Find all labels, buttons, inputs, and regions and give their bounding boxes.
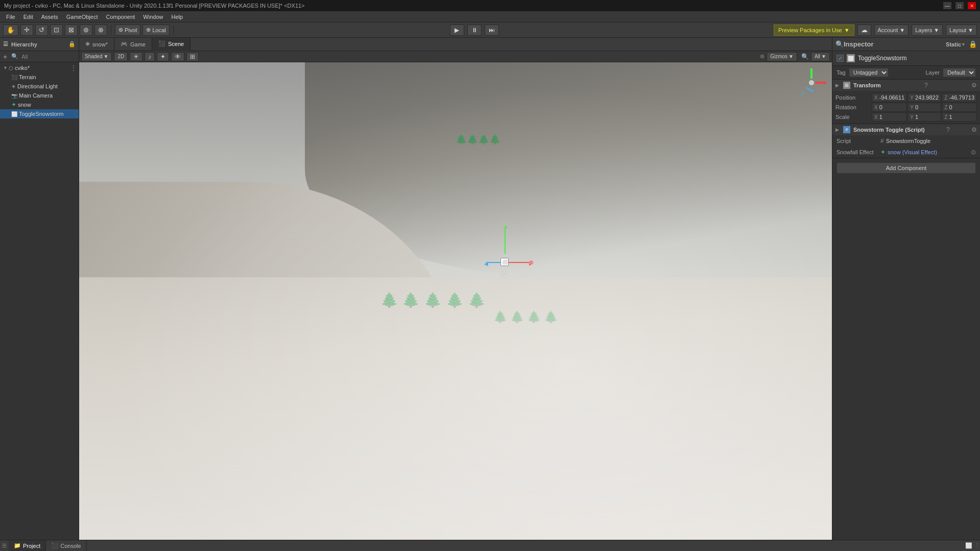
hierarchy-item-snow[interactable]: ✦ snow	[0, 100, 79, 109]
rotation-z-field[interactable]: Z0	[942, 103, 977, 112]
hide-icon[interactable]: 👁	[171, 52, 184, 61]
inspector-lock-icon[interactable]: 🔒	[969, 40, 977, 48]
menu-file[interactable]: File	[2, 13, 19, 21]
lighting-icon[interactable]: ☀	[130, 52, 142, 61]
menu-edit[interactable]: Edit	[19, 13, 37, 21]
hierarchy-item-light[interactable]: ☀ Directional Light	[0, 82, 79, 91]
snowfall-pick-icon[interactable]: ⊙	[971, 149, 976, 156]
scale-z-field[interactable]: Z1	[942, 112, 977, 122]
minimize-button[interactable]: —	[943, 2, 951, 9]
snowfall-effect-value[interactable]: snow (Visual Effect)	[888, 149, 937, 155]
scale-label: Scale	[835, 112, 871, 122]
play-button[interactable]: ▶	[450, 25, 464, 36]
maximize-button[interactable]: □	[955, 2, 964, 9]
rotation-x-field[interactable]: X0	[872, 103, 907, 112]
scene-viewport[interactable]: 🌲🌲🌲🌲 🌲 🌲 🌲 🌲 🌲 🌲 🌲 🌲 🌲 ▲	[79, 62, 832, 540]
sx-axis-label: X	[874, 114, 878, 120]
snowfall-row: Snowfall Effect ✦ snow (Visual Effect) ⊙	[832, 147, 980, 158]
rotation-y-field[interactable]: Y0	[907, 103, 941, 112]
transform-tool[interactable]: ⊛	[80, 25, 92, 36]
move-tool[interactable]: ✛	[20, 25, 33, 36]
snow-tab-label: snow*	[92, 41, 108, 47]
hierarchy-menu-icon[interactable]: ☰	[3, 41, 8, 47]
sy-axis-label: Y	[910, 114, 914, 120]
scale-tool[interactable]: ⊡	[50, 25, 63, 36]
position-x-field[interactable]: X-94.06611	[872, 93, 907, 102]
position-z-field[interactable]: Z-46.79713	[942, 93, 977, 102]
hierarchy-item-togglesnowstorm[interactable]: ⬜ ToggleSnowstorm	[0, 109, 79, 118]
tag-label: Tag	[836, 69, 846, 76]
object-enabled-checkbox[interactable]: ✓	[836, 55, 844, 62]
collab-icon[interactable]: ☁	[857, 25, 871, 36]
script-name-row: Script # SnowstormToggle	[832, 135, 980, 147]
object-tag-row: Tag Untagged Layer Default	[832, 66, 980, 80]
tab-snow[interactable]: ❄ snow*	[79, 38, 114, 51]
scene-search-icon[interactable]: 🔍	[801, 53, 809, 60]
shading-mode-dropdown[interactable]: Shaded ▼	[81, 52, 112, 61]
gizmo-x-label: X	[824, 80, 827, 85]
vfx-icon-btn[interactable]: ✦	[157, 52, 169, 61]
scale-y-field[interactable]: Y1	[907, 112, 941, 122]
tab-game[interactable]: 🎮 Game	[114, 38, 152, 51]
rect-tool[interactable]: ⊠	[65, 25, 78, 36]
object-name-field[interactable]: ToggleSnowstorm	[858, 55, 976, 62]
root-options-icon[interactable]: ⋮	[70, 64, 77, 71]
add-component-button[interactable]: Add Component	[836, 162, 976, 174]
layers-button[interactable]: Layers ▼	[912, 25, 943, 36]
pause-button[interactable]: ⏸	[467, 25, 482, 36]
script-gear-icon[interactable]: ⚙	[971, 126, 977, 133]
y-axis-label: Y	[910, 95, 914, 101]
2d-mode-button[interactable]: 2D	[114, 52, 128, 61]
pivot-button[interactable]: ⊛ Pivot	[115, 25, 140, 36]
bottom-collapse-icon[interactable]: ⬜	[965, 542, 972, 549]
script-collapse-icon: ▶	[835, 127, 839, 132]
menu-gameobject[interactable]: GameObject	[62, 13, 102, 21]
account-button[interactable]: Account ▼	[874, 25, 909, 36]
bottom-options-icon[interactable]: ⋮	[974, 542, 980, 549]
transform-help-icon[interactable]: ?	[924, 82, 928, 89]
menu-assets[interactable]: Assets	[37, 13, 62, 21]
scale-x-field[interactable]: X1	[872, 112, 907, 122]
hierarchy-lock-icon[interactable]: 🔒	[68, 41, 76, 47]
hierarchy-root-item[interactable]: ▼ ⬡ cviko* ⋮	[0, 63, 79, 73]
hierarchy-item-terrain[interactable]: ⬛ Terrain	[0, 73, 79, 82]
hierarchy-subheader: + 🔍 All	[0, 51, 79, 62]
tag-dropdown[interactable]: Untagged	[849, 68, 889, 77]
hierarchy-item-camera[interactable]: 📷 Main Camera	[0, 91, 79, 100]
play-controls: ▶ ⏸ ⏭	[177, 25, 772, 36]
all-dropdown[interactable]: All ▼	[811, 52, 830, 61]
layout-button[interactable]: Layout ▼	[946, 25, 977, 36]
tab-project[interactable]: 📁 Project	[9, 540, 46, 552]
snowfall-vfx-icon: ✦	[880, 149, 886, 156]
rotate-tool[interactable]: ↺	[35, 25, 48, 36]
project-tab-label: Project	[23, 543, 40, 549]
gizmo-navigation-widget: Y X Z	[796, 67, 827, 98]
transform-header[interactable]: ▶ ⊞ Transform ? ⚙	[832, 80, 980, 91]
scene-tab-label: Scene	[168, 41, 184, 47]
script-header[interactable]: ▶ # Snowstorm Toggle (Script) ? ⚙	[832, 124, 980, 135]
step-button[interactable]: ⏭	[485, 25, 499, 36]
close-button[interactable]: ✕	[968, 2, 976, 9]
gizmo-inner: Y X Z	[796, 67, 827, 98]
tab-scene[interactable]: ⬛ Scene	[152, 38, 190, 51]
preview-packages-button[interactable]: Preview Packages in Use ▼	[774, 25, 854, 36]
menu-help[interactable]: Help	[167, 13, 187, 21]
audio-icon[interactable]: ♪	[145, 52, 155, 61]
script-help-icon[interactable]: ?	[946, 126, 950, 133]
hierarchy-search-icon[interactable]: 🔍	[11, 53, 18, 60]
position-y-field[interactable]: Y243.9822	[907, 93, 941, 102]
local-button[interactable]: ⊕ Local	[142, 25, 169, 36]
layer-dropdown[interactable]: Default	[943, 68, 976, 77]
hand-tool[interactable]: ✋	[3, 25, 18, 36]
hierarchy-add-button[interactable]: +	[3, 53, 7, 61]
gizmos-dropdown[interactable]: Gizmos ▼	[767, 52, 797, 61]
menu-component[interactable]: Component	[102, 13, 139, 21]
bottom-menu-icon[interactable]: ☰	[0, 543, 9, 548]
static-dropdown-icon[interactable]: ▼	[961, 42, 966, 47]
transform-gear-icon[interactable]: ⚙	[971, 82, 977, 89]
rotation-x-value: 0	[879, 104, 882, 110]
tab-console[interactable]: ⬛ Console	[46, 540, 86, 552]
grid-icon[interactable]: ⊞	[186, 52, 199, 61]
custom-tool[interactable]: ⊕	[94, 25, 107, 36]
menu-window[interactable]: Window	[139, 13, 167, 21]
